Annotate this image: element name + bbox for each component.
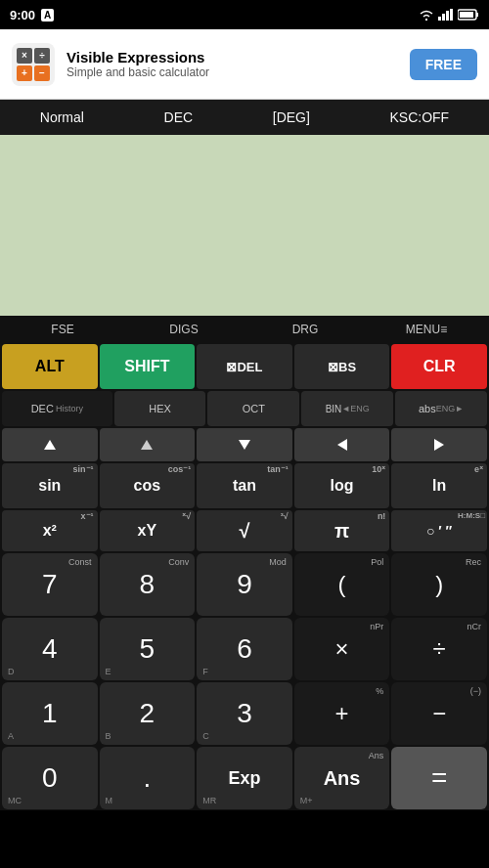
svg-rect-0 <box>438 17 441 21</box>
three-button[interactable]: 3 C <box>197 682 292 745</box>
dot-button[interactable]: . M <box>100 747 196 809</box>
six-button[interactable]: 6 F <box>197 618 292 680</box>
down-arrow-button[interactable] <box>197 428 292 461</box>
ad-logo: × ÷ + − <box>12 43 55 86</box>
alt-button[interactable]: ALT <box>2 344 98 389</box>
hex-nav[interactable]: HEX <box>114 391 206 426</box>
mode-deg[interactable]: [DEG] <box>263 106 320 129</box>
close-paren-button[interactable]: Rec ) <box>391 553 487 616</box>
pi-button[interactable]: n! π <box>294 510 390 551</box>
svg-rect-3 <box>450 9 453 21</box>
mode-dec[interactable]: DEC <box>155 106 203 129</box>
up-arrow-icon <box>43 439 57 451</box>
equals-button[interactable]: = <box>391 747 487 809</box>
seven-button[interactable]: Const 7 <box>2 553 98 616</box>
sin-button[interactable]: sin⁻¹ sin <box>2 463 98 508</box>
down-arrow-icon <box>238 439 251 451</box>
num-row-123: 1 A 2 B 3 C % + (−) − <box>0 681 489 746</box>
trig-row: sin⁻¹ sin cos⁻¹ cos tan⁻¹ tan 10ˣ log eˣ… <box>0 462 489 509</box>
x-sq-button[interactable]: x⁻¹ x² <box>2 510 98 551</box>
shift-button[interactable]: SHIFT <box>100 344 196 389</box>
log-button[interactable]: 10ˣ log <box>294 463 390 508</box>
exp-button[interactable]: Exp MR <box>197 747 292 809</box>
svg-rect-1 <box>442 14 445 21</box>
eight-button[interactable]: Conv 8 <box>100 553 196 616</box>
mode-ksc[interactable]: KSC:OFF <box>380 106 460 129</box>
del-button[interactable]: ⊠DEL <box>197 344 292 389</box>
svg-marker-7 <box>44 440 56 450</box>
minus-button[interactable]: (−) − <box>391 682 487 745</box>
mode-normal[interactable]: Normal <box>30 106 94 129</box>
status-icon-a: A <box>41 9 54 22</box>
divide-button[interactable]: nCr ÷ <box>391 618 487 680</box>
five-button[interactable]: 5 E <box>100 618 196 680</box>
left-arrow-button[interactable] <box>294 428 390 461</box>
right-arrow-icon <box>433 438 445 452</box>
ad-text: Visible Expressions Simple and basic cal… <box>67 49 398 79</box>
wifi-icon <box>419 9 434 21</box>
tan-button[interactable]: tan⁻¹ tan <box>197 463 292 508</box>
dec-nav[interactable]: DEC History <box>2 391 112 426</box>
ad-logo-x: × <box>17 48 32 64</box>
dms-button[interactable]: H:M:S□ ○ ′ ″ <box>391 510 487 551</box>
ad-logo-div: ÷ <box>34 48 50 64</box>
ans-button[interactable]: Ans Ans M+ <box>294 747 390 809</box>
ad-logo-plus: + <box>17 65 32 81</box>
ad-title: Visible Expressions <box>67 49 398 65</box>
open-paren-button[interactable]: Pol ( <box>294 553 390 616</box>
abs-nav[interactable]: abs ENG► <box>395 391 487 426</box>
battery-icon <box>458 9 479 21</box>
right-arrow-button[interactable] <box>391 428 487 461</box>
ad-banner: × ÷ + − Visible Expressions Simple and b… <box>0 29 489 100</box>
bs-button[interactable]: ⊠BS <box>294 344 390 389</box>
bin-nav[interactable]: BIN ◄ENG <box>301 391 393 426</box>
signal-icon <box>438 9 454 21</box>
multiply-button[interactable]: nPr × <box>294 618 390 680</box>
oct-nav[interactable]: OCT <box>207 391 299 426</box>
special-row: x⁻¹ x² ˣ√ xY ³√ √ n! π H:M:S□ ○ ′ ″ <box>0 509 489 552</box>
svg-marker-10 <box>337 439 347 451</box>
ad-logo-minus: − <box>34 65 50 81</box>
zero-button[interactable]: 0 MC <box>2 747 98 809</box>
xy-button[interactable]: ˣ√ xY <box>100 510 196 551</box>
up-arrow-filled-button[interactable] <box>100 428 196 461</box>
nine-button[interactable]: Mod 9 <box>197 553 292 616</box>
func-row: FSE DIGS DRG MENU≡ <box>0 316 489 343</box>
clr-button[interactable]: CLR <box>391 344 487 389</box>
svg-marker-8 <box>141 440 153 450</box>
arrow-row <box>0 427 489 462</box>
ad-subtitle: Simple and basic calculator <box>67 65 398 79</box>
svg-marker-9 <box>239 440 250 450</box>
bottom-row: 0 MC . M Exp MR Ans Ans M+ = <box>0 746 489 810</box>
digs-label[interactable]: DIGS <box>123 323 244 336</box>
svg-rect-5 <box>460 12 473 18</box>
cos-button[interactable]: cos⁻¹ cos <box>100 463 196 508</box>
two-button[interactable]: 2 B <box>100 682 196 745</box>
four-button[interactable]: 4 D <box>2 618 98 680</box>
up-arrow-filled-icon <box>140 439 154 451</box>
menu-label[interactable]: MENU≡ <box>366 323 487 336</box>
status-time: 9:00 <box>10 8 35 22</box>
calc-body: FSE DIGS DRG MENU≡ ALT SHIFT ⊠DEL ⊠BS CL… <box>0 316 489 810</box>
svg-rect-6 <box>476 13 478 17</box>
plus-button[interactable]: % + <box>294 682 390 745</box>
status-bar: 9:00 A <box>0 0 489 29</box>
sqrt-button[interactable]: ³√ √ <box>197 510 292 551</box>
fse-label[interactable]: FSE <box>2 323 123 336</box>
one-button[interactable]: 1 A <box>2 682 98 745</box>
num-row-789: Const 7 Conv 8 Mod 9 Pol ( Rec ) <box>0 552 489 617</box>
nav-row: DEC History HEX OCT BIN ◄ENG abs ENG► <box>0 390 489 427</box>
alt-shift-row: ALT SHIFT ⊠DEL ⊠BS CLR <box>0 343 489 390</box>
ad-free-button[interactable]: FREE <box>410 49 477 80</box>
up-arrow-button[interactable] <box>2 428 98 461</box>
display-area <box>0 135 489 316</box>
svg-marker-11 <box>434 439 444 451</box>
ln-button[interactable]: eˣ ln <box>391 463 487 508</box>
mode-bar: Normal DEC [DEG] KSC:OFF <box>0 100 489 135</box>
num-row-456: 4 D 5 E 6 F nPr × nCr ÷ <box>0 617 489 681</box>
drg-label[interactable]: DRG <box>244 323 366 336</box>
svg-rect-2 <box>446 11 449 21</box>
left-arrow-icon <box>336 438 348 452</box>
